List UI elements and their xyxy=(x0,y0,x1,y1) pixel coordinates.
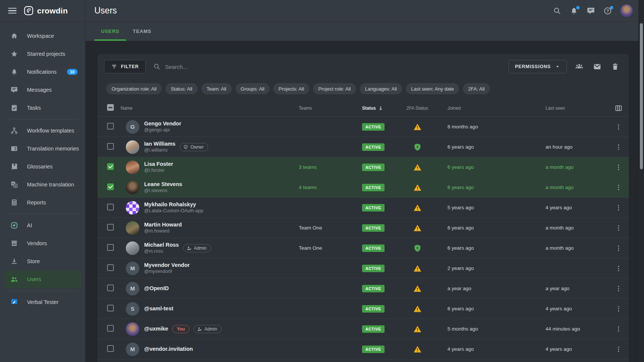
sidebar-item-users[interactable]: Users xyxy=(4,270,81,288)
row-checkbox[interactable] xyxy=(107,244,114,251)
row-checkbox[interactable] xyxy=(107,183,114,190)
row-menu-button[interactable] xyxy=(607,143,629,151)
row-checkbox[interactable] xyxy=(107,285,114,291)
kebab-icon[interactable] xyxy=(615,244,622,252)
sidebar-item-workflow-templates[interactable]: Workflow templates xyxy=(4,122,81,140)
kebab-icon[interactable] xyxy=(615,164,622,171)
kebab-icon[interactable] xyxy=(615,265,622,272)
row-menu-button[interactable] xyxy=(607,346,629,353)
row-menu-button[interactable] xyxy=(607,244,629,252)
filter-chip-project-role[interactable]: Project role: All xyxy=(313,83,356,94)
table-row[interactable]: M@vendor.invitationACTIVE4 years ago4 ye… xyxy=(97,339,629,359)
kebab-icon[interactable] xyxy=(615,346,622,353)
filter-chip-last-seen[interactable]: Last seen: Any date xyxy=(406,83,459,94)
row-menu-button[interactable] xyxy=(607,325,629,333)
scrollbar-thumb[interactable] xyxy=(640,23,643,169)
sidebar-item-messages[interactable]: Messages xyxy=(4,81,81,99)
row-menu-button[interactable] xyxy=(607,285,629,292)
row-checkbox[interactable] xyxy=(107,204,114,210)
table-row[interactable]: M@OpenIDACTIVEa year agoa year ago xyxy=(97,279,629,299)
filter-chip-2fa[interactable]: 2FA: All xyxy=(463,83,490,94)
row-menu-button[interactable] xyxy=(607,305,629,313)
sidebar-item-glossaries[interactable]: Glossaries xyxy=(4,158,81,176)
row-checkbox[interactable] xyxy=(107,163,114,170)
kebab-icon[interactable] xyxy=(615,285,622,292)
kebab-icon[interactable] xyxy=(615,184,622,191)
kebab-icon[interactable] xyxy=(615,305,622,313)
table-row[interactable]: Ian Williams@i.williamsOwnerACTIVE6 year… xyxy=(97,137,629,157)
table-columns-settings-icon[interactable] xyxy=(607,104,629,112)
table-row[interactable]: MMyvendor Vendor@myvendor9ACTIVE2 years … xyxy=(97,258,629,279)
cell-teams[interactable]: Team One xyxy=(299,245,362,251)
sidebar-item-vendors[interactable]: Vendors xyxy=(4,234,81,252)
cols-icon[interactable] xyxy=(615,104,622,112)
sidebar-item-translation-memories[interactable]: Translation memories xyxy=(4,140,81,158)
filter-button[interactable]: FILTER xyxy=(104,60,146,73)
sidebar-item-tasks[interactable]: Tasks xyxy=(4,99,81,117)
row-checkbox[interactable] xyxy=(107,325,114,332)
sidebar-item-machine-translation[interactable]: GAMachine translation xyxy=(4,176,81,194)
row-checkbox[interactable] xyxy=(107,123,114,130)
table-row[interactable]: @uxmikeYouAdminACTIVE5 months ago44 minu… xyxy=(97,319,629,339)
filter-chip-organization-role[interactable]: Organization role: All xyxy=(106,83,162,94)
filter-chip-team[interactable]: Team: All xyxy=(201,83,232,94)
kebab-icon[interactable] xyxy=(615,204,622,212)
row-menu-button[interactable] xyxy=(607,123,629,131)
row-checkbox[interactable] xyxy=(107,305,114,311)
sidebar-item-workspace[interactable]: Workspace xyxy=(4,27,81,45)
sidebar-item-reports[interactable]: Reports xyxy=(4,194,81,212)
row-checkbox[interactable] xyxy=(107,224,114,231)
filter-chip-languages[interactable]: Languages: All xyxy=(360,83,402,94)
chat-button[interactable] xyxy=(587,7,595,15)
profile-avatar[interactable] xyxy=(620,4,633,17)
filter-chip-projects[interactable]: Projects: All xyxy=(273,83,309,94)
kebab-icon[interactable] xyxy=(615,325,622,333)
search-input[interactable] xyxy=(164,63,286,70)
row-checkbox[interactable] xyxy=(107,264,114,271)
row-menu-button[interactable] xyxy=(607,164,629,171)
table-row[interactable]: S@saml-testACTIVE6 years ago4 years ago xyxy=(97,299,629,319)
status-badge: ACTIVE xyxy=(362,346,385,353)
cell-teams[interactable]: 4 teams xyxy=(299,185,362,190)
row-menu-button[interactable] xyxy=(607,204,629,212)
tab-users[interactable]: USERS xyxy=(94,21,126,41)
bell-button[interactable] xyxy=(570,7,578,15)
table-row[interactable]: Leane Stevens@l.stevens4 teamsACTIVE6 ye… xyxy=(97,177,629,198)
table-row[interactable]: Michael Ross@m.rossAdminTeam OneACTIVE6 … xyxy=(97,238,629,258)
filter-chip-status[interactable]: Status: All xyxy=(165,83,198,94)
people-group-button[interactable] xyxy=(575,63,583,71)
avatar xyxy=(126,140,139,154)
tab-teams[interactable]: TEAMS xyxy=(126,21,158,41)
row-menu-button[interactable] xyxy=(607,265,629,272)
table-row[interactable]: GGengo Vendor@gengo-apiACTIVE8 months ag… xyxy=(97,117,629,137)
crowdin-logo[interactable]: crowdin xyxy=(24,6,68,16)
table-row[interactable]: Mykhailo Rohalskyy@Lalala-Custom-OAuth-a… xyxy=(97,198,629,218)
column-status-sort[interactable]: Status ↓ xyxy=(362,105,400,111)
filter-chip-groups[interactable]: Groups: All xyxy=(236,83,270,94)
trash-button[interactable] xyxy=(611,63,619,71)
tasks-icon xyxy=(10,104,18,112)
table-row[interactable]: Lisa Foster@l.forster3 teamsACTIVE6 year… xyxy=(97,157,629,177)
row-menu-button[interactable] xyxy=(607,184,629,191)
select-all-checkbox[interactable] xyxy=(107,104,114,111)
kebab-icon[interactable] xyxy=(615,224,622,232)
row-checkbox[interactable] xyxy=(107,143,114,150)
menu-icon[interactable] xyxy=(8,8,16,14)
sidebar-item-starred-projects[interactable]: Starred projects xyxy=(4,45,81,63)
kebab-icon[interactable] xyxy=(615,123,622,131)
cell-teams[interactable]: 3 teams xyxy=(299,164,362,170)
row-menu-button[interactable] xyxy=(607,224,629,232)
sidebar-item-ai[interactable]: AI xyxy=(4,216,81,234)
sidebar-item-verbal-tester[interactable]: Verbal Tester xyxy=(4,293,81,311)
scrollbar-track[interactable] xyxy=(638,0,644,362)
permissions-dropdown[interactable]: PERMISSIONS xyxy=(508,60,567,73)
row-checkbox[interactable] xyxy=(107,345,114,352)
sidebar-item-store[interactable]: Store xyxy=(4,252,81,270)
mail-button[interactable] xyxy=(593,63,601,71)
cell-teams[interactable]: Team One xyxy=(299,225,362,231)
help-button[interactable]: ? xyxy=(604,7,612,15)
search-button[interactable] xyxy=(553,7,561,15)
kebab-icon[interactable] xyxy=(615,143,622,151)
sidebar-item-notifications[interactable]: Notifications10 xyxy=(4,63,81,81)
table-row[interactable]: Martin Howard@m.howardTeam OneACTIVE6 ye… xyxy=(97,218,629,238)
